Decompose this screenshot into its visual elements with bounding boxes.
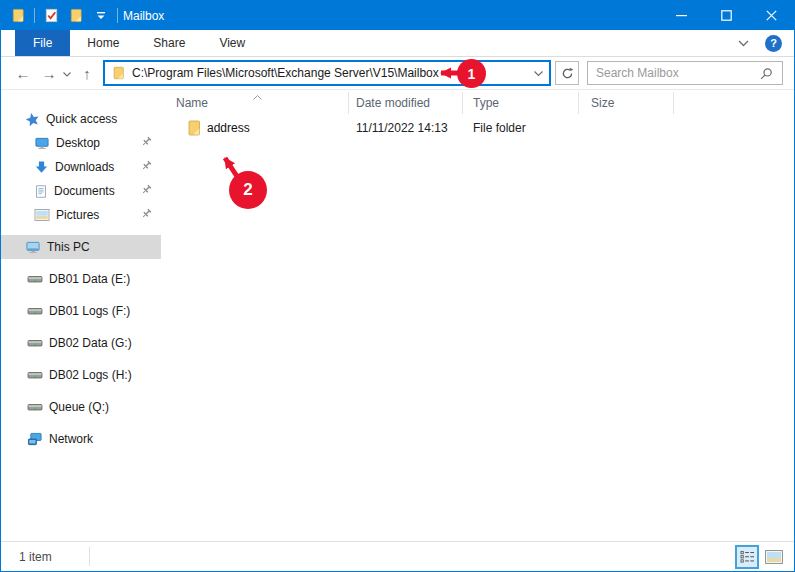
address-folder-icon (111, 66, 126, 80)
expand-ribbon-chevron-icon[interactable] (738, 36, 749, 50)
tab-view[interactable]: View (202, 30, 262, 56)
sidebar-item-network[interactable]: Network (1, 423, 161, 455)
explorer-window: Mailbox File Home Share View ? ← → (0, 0, 795, 572)
details-view-button[interactable] (735, 545, 759, 569)
drive-icon (27, 399, 43, 415)
minimize-button[interactable] (659, 1, 704, 30)
titlebar[interactable]: Mailbox (1, 1, 794, 30)
drive-icon (27, 303, 43, 319)
up-icon[interactable]: ↑ (77, 66, 97, 81)
titlebar-separator (117, 8, 118, 23)
sidebar-item-db01-logs-f[interactable]: DB01 Logs (F:) (1, 295, 161, 327)
pin-icon[interactable] (141, 160, 152, 174)
recent-locations-chevron-icon[interactable] (61, 66, 73, 80)
sidebar-item-downloads[interactable]: Downloads (1, 155, 161, 179)
sidebar-item-db01-data-e[interactable]: DB01 Data (E:) (1, 263, 161, 295)
maximize-button[interactable] (704, 1, 749, 30)
item-count: 1 item (19, 550, 52, 564)
sidebar-item-queue-q[interactable]: Queue (Q:) (1, 391, 161, 423)
download-icon (34, 160, 49, 175)
folder-icon (186, 120, 202, 136)
sidebar-item-db02-logs-h[interactable]: DB02 Logs (H:) (1, 359, 161, 391)
new-folder-icon[interactable] (67, 6, 85, 26)
customize-toolbar-chevron-icon[interactable] (92, 6, 110, 26)
navigation-bar: ← → ↑ C:\Program Files\Microsoft\Exchang… (1, 57, 794, 90)
forward-icon[interactable]: → (39, 66, 59, 81)
sort-ascending-icon (253, 90, 262, 103)
network-icon (27, 432, 43, 447)
column-header-date-modified[interactable]: Date modified (349, 92, 463, 114)
drive-icon (27, 271, 43, 287)
desktop-icon (34, 136, 50, 151)
explorer-folder-icon (9, 6, 27, 26)
titlebar-separator (34, 8, 35, 23)
ribbon-tab-bar: File Home Share View ? (1, 30, 794, 57)
star-icon (25, 112, 40, 127)
file-date-modified: 11/11/2022 14:13 (349, 121, 463, 135)
sidebar-item-pictures[interactable]: Pictures (1, 203, 161, 227)
address-dropdown-chevron-icon[interactable] (534, 66, 543, 80)
main-area: Quick access Desktop Downloads Documents (1, 90, 794, 541)
file-row-address[interactable]: address 11/11/2022 14:13 File folder (161, 116, 794, 140)
search-box (587, 61, 783, 85)
sidebar-item-this-pc[interactable]: This PC (1, 235, 161, 259)
column-header-type[interactable]: Type (463, 92, 579, 114)
help-icon[interactable]: ? (765, 35, 782, 52)
file-type: File folder (463, 121, 579, 135)
file-name: address (207, 121, 250, 135)
address-bar[interactable]: C:\Program Files\Microsoft\Exchange Serv… (103, 60, 551, 86)
thumbnail-view-button[interactable] (762, 545, 786, 569)
column-header-size[interactable]: Size (579, 92, 674, 114)
pin-icon[interactable] (141, 208, 152, 222)
tab-file[interactable]: File (15, 30, 70, 56)
file-list-pane: Name Date modified Type Size address 11/… (161, 90, 794, 541)
sidebar-item-quick-access[interactable]: Quick access (1, 107, 161, 131)
computer-icon (25, 240, 41, 255)
drive-icon (27, 335, 43, 351)
refresh-icon[interactable] (555, 61, 579, 85)
navigation-pane: Quick access Desktop Downloads Documents (1, 90, 161, 541)
drive-icon (27, 367, 43, 383)
close-button[interactable] (749, 1, 794, 30)
document-icon (34, 184, 48, 199)
column-headers: Name Date modified Type Size (161, 90, 794, 116)
address-path[interactable]: C:\Program Files\Microsoft\Exchange Serv… (132, 66, 439, 80)
search-icon[interactable] (760, 67, 780, 80)
properties-check-icon[interactable] (42, 6, 60, 26)
picture-icon (34, 208, 50, 222)
status-bar: 1 item (1, 541, 794, 571)
back-icon[interactable]: ← (13, 66, 33, 81)
window-title: Mailbox (123, 9, 164, 23)
sidebar-item-documents[interactable]: Documents (1, 179, 161, 203)
sidebar-item-desktop[interactable]: Desktop (1, 131, 161, 155)
pin-icon[interactable] (141, 184, 152, 198)
pin-icon[interactable] (141, 136, 152, 150)
search-input[interactable] (588, 66, 760, 80)
status-separator (89, 547, 90, 566)
tab-home[interactable]: Home (70, 30, 136, 56)
tab-share[interactable]: Share (136, 30, 202, 56)
sidebar-item-db02-data-g[interactable]: DB02 Data (G:) (1, 327, 161, 359)
